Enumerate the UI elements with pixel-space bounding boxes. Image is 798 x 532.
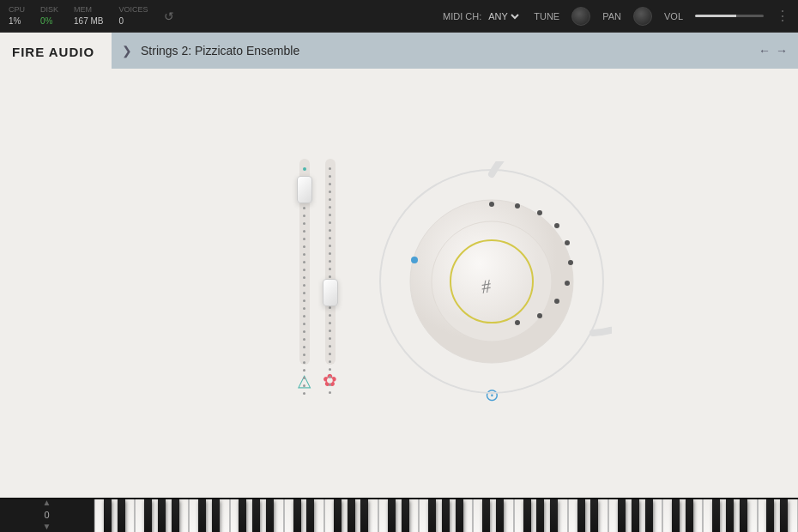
black-key[interactable]: [523, 499, 531, 532]
piano-keyboard[interactable]: [94, 499, 798, 532]
black-key[interactable]: [348, 499, 355, 532]
disk-label: DISK: [40, 5, 58, 15]
black-key[interactable]: [104, 499, 112, 532]
slider2-dot: [329, 391, 331, 394]
black-key[interactable]: [632, 499, 639, 532]
black-key[interactable]: [590, 499, 598, 532]
slider2-dot: [329, 345, 331, 348]
black-key[interactable]: [158, 499, 166, 532]
black-key[interactable]: [536, 499, 544, 532]
black-key[interactable]: [442, 499, 450, 532]
slider1-dot: [303, 377, 305, 379]
black-key[interactable]: [550, 499, 558, 532]
slider1-dot: [303, 253, 305, 256]
vol-label: VOL: [664, 11, 683, 21]
octave-up-button[interactable]: ▲: [43, 498, 51, 508]
black-key[interactable]: [618, 499, 626, 532]
black-key[interactable]: [388, 499, 396, 532]
keyboard-bar: ▲ 0 ▼: [0, 498, 798, 532]
slider2-dot: [329, 376, 331, 378]
slider1-dot: [303, 346, 305, 348]
slider1-dot: [303, 361, 305, 364]
slider2-dot: [329, 221, 331, 224]
vol-slider-container: [695, 15, 764, 17]
black-key[interactable]: [645, 499, 653, 532]
slider1-dot: [303, 261, 305, 263]
sliders-container: △: [298, 159, 337, 390]
slider1-dot: [303, 354, 305, 356]
preset-chevron[interactable]: ❯: [122, 44, 132, 57]
black-key[interactable]: [266, 499, 274, 532]
black-key[interactable]: [402, 499, 409, 532]
slider1-dot: [303, 384, 305, 387]
black-key[interactable]: [360, 499, 368, 532]
slider2-dot: [329, 337, 331, 340]
slider1-dot: [303, 369, 305, 372]
black-key[interactable]: [334, 499, 342, 532]
midi-ch-select[interactable]: ANY 1234 5678 9101112 13141516: [485, 10, 522, 22]
svg-point-8: [565, 240, 570, 245]
black-key[interactable]: [766, 499, 774, 532]
slider2-dot: [329, 329, 331, 332]
slider2-thumb[interactable]: [323, 279, 338, 306]
black-key[interactable]: [306, 499, 314, 532]
tune-label: TUNE: [534, 11, 559, 21]
vol-track[interactable]: [695, 15, 764, 17]
preset-next-button[interactable]: →: [776, 44, 788, 57]
black-key[interactable]: [780, 499, 788, 532]
mem-label: MEM: [74, 5, 103, 15]
more-button[interactable]: ⋮: [776, 8, 789, 24]
slider2-dot: [329, 237, 331, 239]
slider1-dot: [303, 284, 305, 287]
black-key[interactable]: [239, 499, 246, 532]
black-key[interactable]: [726, 499, 734, 532]
black-key[interactable]: [740, 499, 747, 532]
black-key[interactable]: [172, 499, 179, 532]
black-key[interactable]: [686, 499, 693, 532]
tune-knob[interactable]: [571, 7, 590, 26]
cpu-label: CPU: [9, 5, 25, 15]
black-key[interactable]: [252, 499, 260, 532]
black-key[interactable]: [212, 499, 220, 532]
svg-point-5: [515, 203, 520, 209]
black-key[interactable]: [198, 499, 206, 532]
knob-section: # ⊙: [372, 161, 612, 405]
pan-label: PAN: [602, 11, 621, 21]
black-key[interactable]: [118, 499, 125, 532]
black-key[interactable]: [577, 499, 585, 532]
slider2-track[interactable]: [325, 159, 336, 365]
slider2-dot: [329, 229, 331, 232]
black-key[interactable]: [428, 499, 436, 532]
slider1-dot: [303, 245, 305, 248]
disk-value: 0%: [40, 15, 58, 27]
pan-knob[interactable]: [633, 7, 652, 26]
black-key[interactable]: [496, 499, 504, 532]
slider2-dot: [329, 214, 331, 216]
black-key[interactable]: [456, 499, 463, 532]
main-knob[interactable]: #: [372, 161, 612, 402]
preset-bar: ❯ Strings 2: Pizzicato Ensemble ← →: [112, 33, 798, 69]
octave-down-button[interactable]: ▼: [43, 522, 51, 532]
slider1-track[interactable]: [299, 159, 310, 365]
black-key[interactable]: [144, 499, 152, 532]
knob-svg: #: [372, 161, 612, 402]
slider1-dot: [303, 207, 305, 209]
slider1-dot: [303, 230, 305, 233]
svg-point-7: [554, 223, 559, 228]
octave-value: 0: [44, 510, 49, 520]
black-key[interactable]: [482, 499, 490, 532]
slider1-thumb[interactable]: [297, 176, 312, 203]
slider1-dot: [303, 315, 305, 317]
black-key[interactable]: [293, 499, 301, 532]
black-key[interactable]: [712, 499, 720, 532]
svg-point-11: [554, 299, 559, 304]
refresh-button[interactable]: ↺: [164, 9, 174, 23]
slider2-dot: [329, 206, 331, 209]
content-area: ❯ Strings 2: Pizzicato Ensemble ← →: [112, 33, 798, 498]
black-keys-overlay: [94, 499, 798, 532]
voices-value: 0: [119, 15, 148, 27]
black-key[interactable]: [672, 499, 680, 532]
disk-stat: DISK 0%: [40, 5, 58, 27]
preset-prev-button[interactable]: ←: [759, 44, 771, 57]
svg-point-10: [565, 281, 570, 286]
